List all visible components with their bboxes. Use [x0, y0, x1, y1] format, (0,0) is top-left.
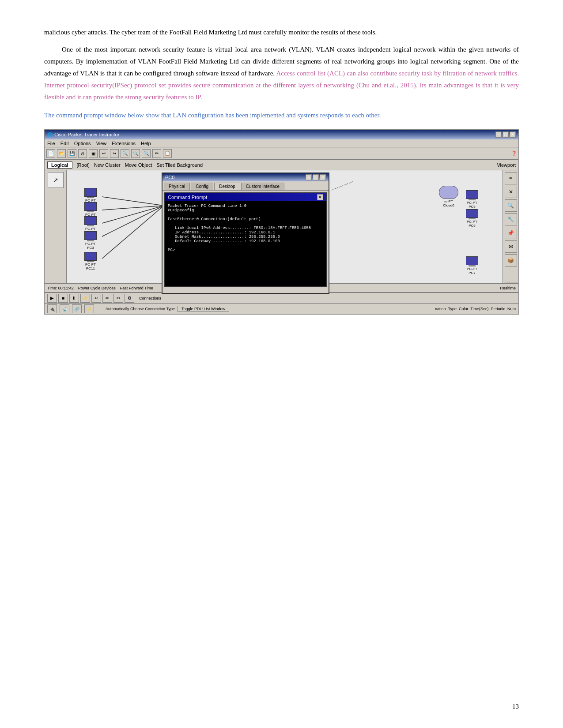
toolbar-btn6[interactable]: ↩ [99, 149, 108, 158]
cmd-line-4: FastEthernet0 Connection:(default port) [168, 217, 323, 221]
pc-tab-desktop[interactable]: Desktop [214, 183, 240, 190]
nav-move-object[interactable]: Move Object [125, 162, 152, 168]
cmd-close-button[interactable]: ✕ [317, 194, 323, 200]
right-btn-3[interactable]: 🔍 [505, 199, 517, 212]
right-btn-1[interactable]: ≡ [505, 172, 517, 184]
toolbar-btn8[interactable]: 🔍 [121, 149, 129, 158]
nav-root[interactable]: [Root] [77, 162, 90, 168]
cmd-content[interactable]: Packet Tracer PC Command Line 1.0 PC>ipc… [165, 201, 326, 286]
menu-view[interactable]: View [96, 141, 107, 146]
title-bar-controls[interactable]: ─ □ ✕ [495, 131, 516, 138]
paragraph-2: One of the most important network securi… [44, 44, 519, 103]
pc-dialog-content: Command Prompt ✕ Packet Tracer PC Comman… [162, 191, 329, 293]
pcb-device: PC-PTPC5 [466, 190, 478, 209]
pc-tab-custom[interactable]: Custom Interface [241, 183, 284, 190]
pc11-device: PC-PTPC11 [84, 252, 97, 270]
right-btn-2[interactable]: ✕ [505, 186, 517, 198]
realtime-label: Realtime [500, 286, 516, 290]
main-area: ↗ [45, 170, 518, 296]
title-bar-left: 🌐 Cisco Packet Tracer Instructor [47, 132, 119, 137]
toolbar-btn11[interactable]: ✏ [152, 149, 161, 158]
canvas-area: PC-PTPC5 PC-PTPC1 PC-PTPC2 PC-PTPC3 [67, 170, 503, 296]
toolbar-btn12[interactable]: 📋 [163, 149, 172, 158]
bottom-btn-d[interactable]: ⚡ [84, 304, 94, 313]
cmd-line-1: Packet Tracer PC Command Line 1.0 [168, 204, 323, 208]
toolbar-new[interactable]: 📄 [46, 149, 55, 158]
bottom-btn-5[interactable]: ↩ [91, 294, 101, 303]
cmd-line-7: IP Address...................: 192.168.0… [168, 230, 323, 235]
pc-dialog-close[interactable]: ✕ [320, 174, 326, 180]
toolbar-open[interactable]: 📂 [57, 149, 66, 158]
toolbar-btn4[interactable]: 🖨 [78, 149, 87, 158]
left-sidebar: ↗ [45, 170, 67, 296]
right-btn-4[interactable]: 🔧 [505, 213, 517, 225]
bottom-toolbar-row2: 🔌 📡 🔗 ⚡ Automatically Choose Connection … [45, 303, 518, 314]
cmd-line-6: Link-local IPv6 Address........: FE80::1… [168, 226, 323, 230]
svg-line-9 [332, 181, 354, 190]
cmd-line-11: PC> [168, 248, 323, 252]
screenshot-container: 🌐 Cisco Packet Tracer Instructor ─ □ ✕ F… [44, 129, 519, 315]
bottom-btn-b[interactable]: 📡 [60, 304, 69, 313]
bottom-btn-8[interactable]: ⚙ [125, 294, 134, 303]
menu-help[interactable]: Help [141, 141, 151, 146]
right-btn-7[interactable]: 📦 [505, 254, 517, 266]
pc-dialog-minimize[interactable]: ─ [306, 174, 312, 180]
toolbar-btn10[interactable]: 🔍 [142, 149, 151, 158]
toolbar-btn7[interactable]: ↪ [110, 149, 119, 158]
bottom-btn-7[interactable]: ✂ [113, 294, 123, 303]
nav-bar: Logical [Root] New Cluster Move Object S… [45, 160, 518, 170]
pc-tab-physical[interactable]: Physical [164, 183, 190, 190]
pc-tab-config[interactable]: Config [191, 183, 213, 190]
nav-new-cluster[interactable]: New Cluster [94, 162, 121, 168]
right-sidebar: ≡ ✕ 🔍 🔧 📌 ✉ 📦 🔄 [503, 170, 518, 296]
toolbar-help-icon: ❓ [511, 151, 517, 156]
menu-options[interactable]: Options [74, 141, 91, 146]
cmd-title: Command Prompt [168, 195, 207, 200]
para3-blue-text: The command prompt window below show tha… [44, 112, 381, 119]
toolbar-save[interactable]: 💾 [68, 149, 76, 158]
nav-set-tiled-bg[interactable]: Set Tiled Background [157, 162, 203, 168]
title-bar: 🌐 Cisco Packet Tracer Instructor ─ □ ✕ [45, 130, 518, 139]
svg-line-0 [102, 197, 164, 206]
app-icon: 🌐 [47, 132, 53, 137]
right-btn-6[interactable]: ✉ [505, 240, 517, 253]
bottom-btn-1[interactable]: ▶ [47, 294, 57, 303]
bottom-btn-4[interactable]: ⚡ [80, 294, 90, 303]
status-time: Time: 00:11:42 [47, 286, 74, 290]
app-title: Cisco Packet Tracer Instructor [54, 132, 119, 137]
cloud-device: m-PTCloud0 [439, 186, 458, 207]
bottom-btn-6[interactable]: ✏ [102, 294, 112, 303]
menu-bar: File Edit Options View Extensions Help [45, 139, 518, 147]
close-button[interactable]: ✕ [510, 131, 516, 138]
toolbar-btn5[interactable]: ▣ [89, 149, 98, 158]
svg-line-2 [102, 206, 164, 223]
bottom-headers: nation Type Color Time(Sec) Periodic Num [435, 307, 516, 311]
bottom-btn-a[interactable]: 🔌 [47, 304, 57, 313]
cmd-line-9: Default Gateway..............: 192.168.0… [168, 239, 323, 244]
menu-extensions[interactable]: Extensions [112, 141, 136, 146]
auto-connect-label: Automatically Choose Connection Type [106, 307, 175, 311]
page-number: 13 [512, 703, 519, 710]
toggle-pdu-button[interactable]: Toggle PDU List Window [178, 306, 229, 312]
status-fast-forward[interactable]: Fast Forward Time [120, 286, 153, 290]
pc-dialog: PC0 ─ □ ✕ Physical Config Desktop Custom… [162, 173, 329, 294]
bottom-btn-2[interactable]: ■ [58, 294, 68, 303]
toolbar-btn9[interactable]: 🔍 [131, 149, 140, 158]
cmd-title-bar: Command Prompt ✕ [165, 193, 326, 201]
pc-dialog-maximize[interactable]: □ [313, 174, 319, 180]
page: malicious cyber attacks. The cyber team … [0, 0, 563, 728]
nav-viewport[interactable]: Viewport [497, 162, 516, 168]
select-tool[interactable]: ↗ [48, 172, 64, 188]
pc-dialog-controls[interactable]: ─ □ ✕ [306, 174, 326, 180]
menu-edit[interactable]: Edit [60, 141, 69, 146]
logical-tab[interactable]: Logical [47, 161, 72, 169]
status-power[interactable]: Power Cycle Devices [78, 286, 116, 290]
cmd-line-2: PC>ipconfig [168, 208, 323, 213]
pc-dialog-title: PC0 ─ □ ✕ [162, 173, 329, 181]
right-btn-5[interactable]: 📌 [505, 227, 517, 239]
menu-file[interactable]: File [47, 141, 55, 146]
maximize-button[interactable]: □ [503, 131, 509, 138]
bottom-btn-3[interactable]: ⏸ [69, 294, 79, 303]
bottom-btn-c[interactable]: 🔗 [72, 304, 82, 313]
minimize-button[interactable]: ─ [495, 131, 502, 138]
